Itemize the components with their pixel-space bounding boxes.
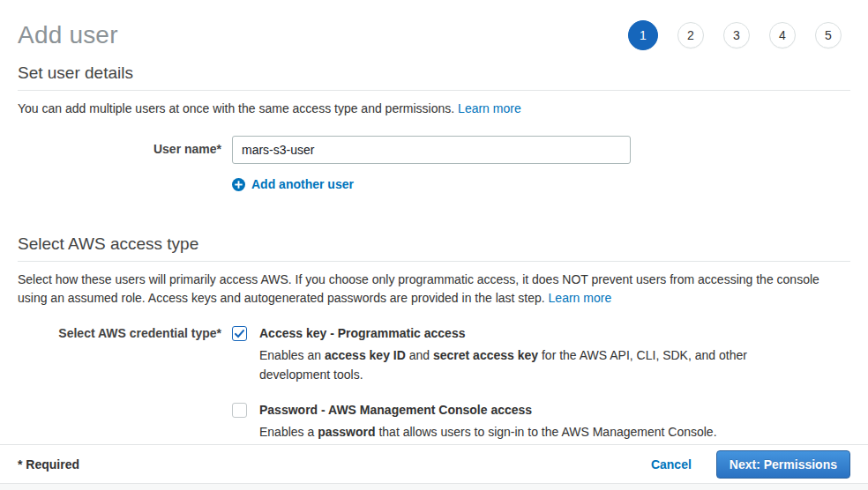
access-key-option-description: Enables an access key ID and secret acce… [259, 345, 750, 384]
password-option-title: Password - AWS Management Console access [259, 402, 717, 419]
page-bottom-strip [0, 483, 868, 490]
user-details-section: Set user details You can add multiple us… [0, 63, 868, 194]
credential-type-row: Select AWS credential type* Access key -… [18, 325, 850, 442]
next-permissions-button[interactable]: Next: Permissions [716, 450, 850, 479]
password-option-description: Enables a password that allows users to … [259, 422, 717, 442]
credential-type-label: Select AWS credential type* [18, 325, 232, 442]
add-another-user-label: Add another user [251, 177, 354, 191]
page-header: Add user 1 2 3 4 5 [0, 0, 868, 63]
checkmark-icon [234, 328, 245, 339]
wizard-steps: 1 2 3 4 5 [628, 20, 850, 50]
user-details-learn-more-link[interactable]: Learn more [458, 101, 521, 115]
user-name-input[interactable] [232, 136, 631, 164]
user-details-heading: Set user details [18, 63, 850, 91]
step-2-indicator[interactable]: 2 [677, 22, 704, 48]
step-1-indicator[interactable]: 1 [628, 20, 658, 50]
wizard-footer: * Required Cancel Next: Permissions [0, 444, 868, 490]
plus-circle-icon [232, 178, 245, 191]
password-checkbox[interactable] [232, 403, 247, 418]
page-title: Add user [18, 21, 118, 49]
required-note: * Required [18, 457, 79, 471]
add-user-page: Add user 1 2 3 4 5 Set user details You … [0, 0, 868, 490]
access-key-option-title: Access key - Programmatic access [259, 325, 750, 342]
user-details-description: You can add multiple users at once with … [18, 100, 850, 118]
user-name-label: User name* [18, 136, 232, 194]
user-name-row: User name* Add another user [18, 136, 850, 194]
access-type-heading: Select AWS access type [18, 234, 850, 262]
cancel-button[interactable]: Cancel [651, 457, 692, 471]
step-4-indicator[interactable]: 4 [769, 22, 796, 48]
step-3-indicator[interactable]: 3 [723, 22, 750, 48]
access-key-option: Access key - Programmatic access Enables… [232, 325, 850, 384]
step-5-indicator[interactable]: 5 [815, 22, 842, 48]
add-another-user-button[interactable]: Add another user [232, 177, 354, 191]
access-key-checkbox[interactable] [232, 326, 247, 341]
access-type-description: Select how these users will primarily ac… [18, 271, 850, 308]
password-option: Password - AWS Management Console access… [232, 402, 850, 442]
access-type-learn-more-link[interactable]: Learn more [549, 291, 612, 305]
access-type-section: Select AWS access type Select how these … [0, 234, 868, 442]
